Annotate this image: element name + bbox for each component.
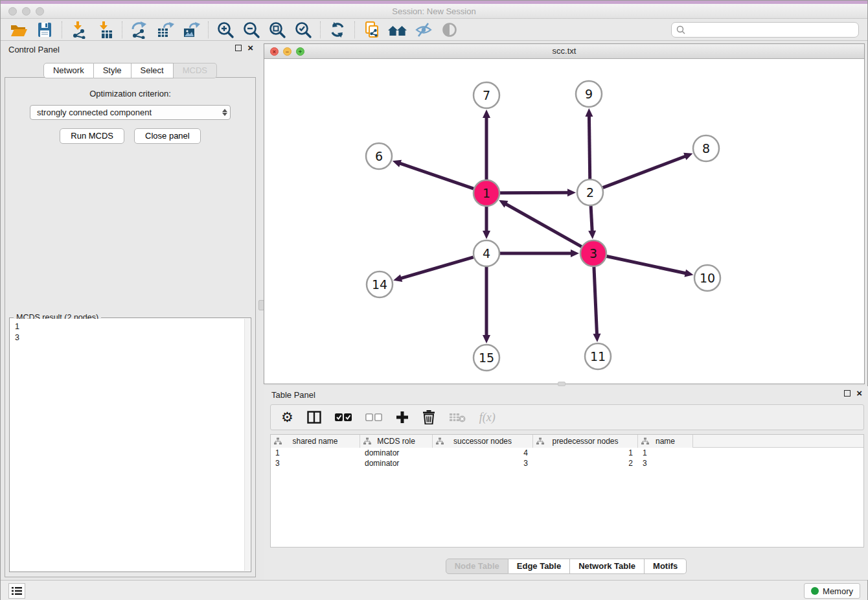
- result-scrollbar[interactable]: [244, 319, 250, 571]
- memory-status-icon: [811, 587, 819, 595]
- mcds-result-box: MCDS result (2 nodes) 13: [9, 317, 251, 572]
- export-table-icon[interactable]: [152, 20, 178, 40]
- table-cell: 2: [533, 458, 638, 468]
- result-line: 1: [15, 321, 250, 332]
- sort-icon: [641, 437, 649, 445]
- graph-edge-2-3[interactable]: [591, 206, 592, 232]
- graph-edge-3-11[interactable]: [594, 267, 597, 335]
- edge-arrowhead-icon: [685, 270, 694, 277]
- export-network-icon[interactable]: [126, 20, 152, 40]
- edge-arrowhead-icon: [571, 249, 579, 257]
- graph-node-label: 4: [483, 246, 490, 260]
- table-cell: 1: [271, 448, 360, 458]
- memory-button[interactable]: Memory: [804, 583, 860, 599]
- edge-arrowhead-icon: [683, 153, 692, 160]
- zoom-out-icon[interactable]: [238, 20, 264, 40]
- duplicate-network-icon[interactable]: [359, 20, 385, 40]
- horizontal-splitter-grip[interactable]: [558, 382, 565, 386]
- delete-column-icon[interactable]: [422, 410, 435, 424]
- network-window-title: scc.txt: [264, 46, 864, 56]
- control-panel: Control Panel × NetworkStyleSelectMCDS O…: [1, 41, 260, 580]
- task-history-button[interactable]: [8, 583, 25, 599]
- column-header-successor-nodes[interactable]: successor nodes: [433, 435, 533, 448]
- delete-table-icon: [449, 411, 466, 423]
- tab-network[interactable]: Network: [43, 63, 94, 78]
- edge-arrowhead-icon: [585, 108, 593, 117]
- run-mcds-button[interactable]: Run MCDS: [60, 128, 124, 144]
- graph-node-label: 3: [589, 246, 597, 260]
- home-icon[interactable]: [385, 20, 411, 40]
- float-table-panel-icon[interactable]: [844, 390, 851, 397]
- graph-edge-2-9[interactable]: [589, 115, 589, 179]
- table-cell: 3: [433, 458, 533, 468]
- open-session-icon[interactable]: [6, 20, 32, 40]
- deselect-all-icon[interactable]: [365, 413, 382, 422]
- tab-mcds[interactable]: MCDS: [174, 63, 217, 78]
- search-box[interactable]: [671, 22, 859, 38]
- save-session-icon[interactable]: [32, 20, 58, 40]
- add-column-icon[interactable]: [396, 411, 409, 424]
- control-panel-tabs: NetworkStyleSelectMCDS: [1, 63, 260, 78]
- graph-edge-1-2[interactable]: [500, 192, 569, 193]
- tab-motifs[interactable]: Motifs: [645, 559, 687, 574]
- export-image-icon[interactable]: [178, 20, 204, 40]
- window-titlebar: Session: New Session: [1, 1, 867, 19]
- table-row[interactable]: 1dominator411: [271, 448, 863, 458]
- table-settings-icon[interactable]: ⚙: [281, 411, 293, 424]
- edge-arrowhead-icon: [483, 231, 490, 239]
- close-table-panel-icon[interactable]: ×: [856, 390, 862, 397]
- toggle-columns-icon[interactable]: [307, 411, 321, 424]
- table-panel-header: Table Panel ×: [264, 386, 868, 403]
- application-window: Session: New Session: [0, 0, 868, 600]
- zoom-fit-icon[interactable]: [264, 20, 290, 40]
- close-panel-icon[interactable]: ×: [247, 45, 253, 51]
- table-cell: 3: [638, 458, 693, 468]
- edge-arrowhead-icon: [593, 334, 600, 342]
- import-table-icon[interactable]: [92, 20, 118, 40]
- refresh-layout-icon[interactable]: [325, 20, 350, 40]
- mcds-panel: Optimization criterion: strongly connect…: [5, 77, 256, 577]
- table-row[interactable]: 3dominator323: [271, 458, 863, 468]
- tab-style[interactable]: Style: [94, 63, 131, 78]
- zoom-selected-icon[interactable]: [290, 20, 316, 40]
- tab-node-table[interactable]: Node Table: [446, 559, 508, 574]
- close-panel-button[interactable]: Close panel: [134, 128, 201, 144]
- column-header-mcds-role[interactable]: MCDS role: [360, 435, 433, 448]
- graph-edge-3-10[interactable]: [607, 256, 687, 273]
- sort-icon: [274, 437, 282, 445]
- select-all-icon[interactable]: [335, 413, 352, 422]
- hide-graphics-details-icon[interactable]: [411, 20, 437, 40]
- zoom-in-icon[interactable]: [212, 20, 238, 40]
- network-canvas[interactable]: 7968124314101511: [264, 59, 864, 384]
- column-header-name[interactable]: name: [638, 435, 693, 448]
- tab-edge-table[interactable]: Edge Table: [508, 559, 570, 574]
- graph-edge-2-8[interactable]: [603, 156, 687, 188]
- edge-arrowhead-icon: [393, 274, 402, 282]
- table-panel-tabs: Node TableEdge TableNetwork TableMotifs: [264, 559, 868, 574]
- apply-function-icon: f(x): [479, 411, 496, 424]
- graph-edge-4-14[interactable]: [400, 257, 474, 279]
- column-header-predecessor-nodes[interactable]: predecessor nodes: [533, 435, 638, 448]
- result-line: 3: [15, 332, 250, 343]
- tab-select[interactable]: Select: [131, 63, 174, 78]
- graph-edge-3-1[interactable]: [505, 203, 582, 246]
- search-input[interactable]: [686, 23, 858, 36]
- network-graph: 7968124314101511: [264, 59, 864, 384]
- table-panel: Table Panel × ⚙: [264, 386, 868, 580]
- graph-edge-1-6[interactable]: [399, 163, 474, 189]
- table-header-row: shared nameMCDS rolesuccessor nodesprede…: [271, 435, 863, 448]
- show-graphics-details-icon[interactable]: [437, 20, 463, 40]
- float-panel-icon[interactable]: [235, 45, 242, 51]
- graph-node-label: 8: [702, 141, 710, 156]
- graph-node-label: 15: [479, 351, 494, 365]
- import-network-icon[interactable]: [66, 20, 92, 40]
- optimization-criterion-dropdown[interactable]: strongly connected component: [30, 105, 231, 120]
- tab-network-table[interactable]: Network Table: [570, 559, 645, 574]
- edge-arrowhead-icon: [567, 189, 576, 196]
- graph-node-label: 6: [375, 149, 383, 163]
- memory-label: Memory: [823, 586, 853, 596]
- mcds-result-list[interactable]: 13: [10, 319, 250, 571]
- graph-node-label: 11: [590, 349, 606, 363]
- table-cell: dominator: [360, 458, 433, 468]
- column-header-shared-name[interactable]: shared name: [271, 435, 360, 448]
